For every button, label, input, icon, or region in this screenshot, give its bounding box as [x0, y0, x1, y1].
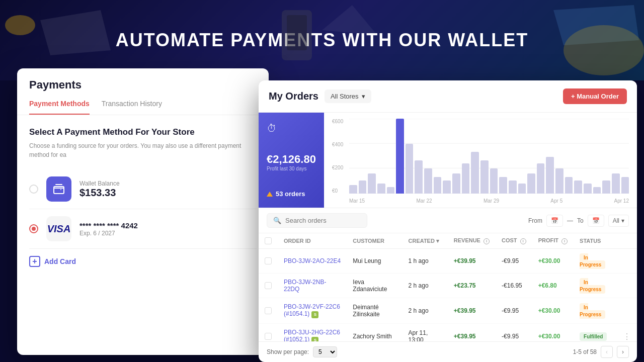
search-input[interactable] — [285, 217, 361, 224]
select-method-title: Select A Payment Method For Your Store — [29, 127, 257, 137]
tab-payment-methods[interactable]: Payment Methods — [29, 100, 90, 115]
tab-transaction-history[interactable]: Transaction History — [102, 100, 162, 115]
table-row: PBO-3JW-2AO-22E4 Mui Leung 1 h ago +€39.… — [259, 249, 637, 274]
payments-title: Payments — [29, 78, 257, 92]
search-box[interactable]: 🔍 — [267, 213, 367, 228]
visa-logo: VISA — [47, 223, 71, 235]
manual-order-label: + Manual Order — [571, 93, 619, 100]
all-stores-label: All Stores — [331, 93, 359, 100]
chart-x-labels: Mar 15 Mar 22 Mar 29 Apr 5 Apr 12 — [349, 198, 629, 204]
table-row: PBO-3JW-2VF-22C6 (#1054.1)S Deimanté Zil… — [259, 298, 637, 324]
status-filter[interactable]: All ▾ — [608, 215, 629, 227]
chart-bar-11 — [452, 173, 460, 194]
table-row: PBO-3JU-2HG-22C6 (#1052.1)S Zachory Smit… — [259, 324, 637, 342]
chart-bar-24 — [574, 180, 582, 194]
col-checkbox — [259, 233, 278, 249]
x-label-apr5: Apr 5 — [550, 198, 562, 204]
created-cell-2: 2 h ago — [403, 298, 448, 324]
col-order-id: ORDER ID — [278, 233, 347, 249]
card-option[interactable]: VISA **** **** **** 4242 Exp. 6 / 2027 — [29, 209, 257, 249]
chart-bar-18 — [518, 184, 526, 194]
chart-bar-4 — [387, 187, 395, 194]
x-label-apr12: Apr 12 — [614, 198, 629, 204]
wallet-icon-box — [46, 176, 71, 202]
prev-page-button[interactable]: ‹ — [601, 346, 613, 358]
status-badge-1: In Progress — [580, 278, 605, 294]
per-page-selector: Show per page: 5 10 25 — [267, 346, 337, 357]
wallet-amount: $153.33 — [79, 187, 120, 199]
status-badge-2: In Progress — [580, 303, 605, 319]
payments-header: Payments Payment Methods Transaction His… — [17, 68, 269, 115]
select-method-desc: Choose a funding source for your orders.… — [29, 141, 257, 159]
card-expiry: Exp. 6 / 2027 — [79, 230, 138, 237]
orders-panel: My Orders All Stores ▾ + Manual Order ⏱ … — [259, 80, 637, 362]
x-label-mar22: Mar 22 — [416, 198, 432, 204]
add-card-plus-icon: + — [29, 256, 40, 267]
y-label-400: €400 — [332, 142, 343, 147]
row-checkbox-2[interactable] — [265, 307, 272, 314]
profit-info-icon: i — [561, 238, 568, 244]
to-date-input[interactable]: 📅 — [588, 215, 604, 227]
chart-bar-25 — [584, 184, 592, 194]
stats-orders-count: 53 orders — [276, 190, 305, 198]
chart-bar-15 — [490, 168, 498, 194]
from-date-input[interactable]: 📅 — [546, 215, 563, 227]
profit-cell-3: +€30.00 — [532, 324, 574, 342]
hero-title: AUTOMATE PAYMENTS WITH OUR WALLET — [116, 30, 529, 51]
y-label-600: €600 — [332, 119, 343, 124]
next-page-button[interactable]: › — [617, 346, 629, 358]
chart-bar-19 — [527, 173, 535, 194]
per-page-label: Show per page: — [267, 348, 309, 355]
date-filters: From 📅 — To 📅 All ▾ — [528, 215, 629, 227]
orders-data-table: ORDER ID CUSTOMER CREATED ▾ REVENUE i CO… — [259, 233, 637, 341]
chart-bar-5 — [396, 119, 404, 194]
col-profit: PROFIT i — [532, 233, 574, 249]
from-label: From — [528, 217, 542, 224]
chart-bars-area — [349, 119, 629, 194]
chart-bar-7 — [415, 160, 423, 194]
chart-bar-17 — [509, 180, 517, 194]
customer-cell-3: Zachory Smith — [347, 324, 402, 342]
search-icon: 🔍 — [273, 217, 281, 224]
payments-tabs: Payment Methods Transaction History — [29, 100, 257, 115]
select-all-checkbox[interactable] — [265, 237, 272, 244]
cost-cell-3: -€9.95 — [496, 324, 532, 342]
card-radio[interactable] — [29, 224, 38, 233]
col-revenue: REVENUE i — [448, 233, 496, 249]
order-id-link-0[interactable]: PBO-3JW-2AO-22E4 — [284, 257, 341, 264]
chart-bar-27 — [602, 180, 610, 194]
table-toolbar: 🔍 From 📅 — To 📅 All ▾ — [259, 208, 637, 233]
revenue-cell-0: +€39.95 — [448, 249, 496, 274]
revenue-cell-1: +€23.75 — [448, 274, 496, 298]
table-footer: Show per page: 5 10 25 1-5 of 58 ‹ › — [259, 341, 637, 362]
y-label-200: €200 — [332, 165, 343, 170]
col-status: STATUS — [574, 233, 617, 249]
col-actions — [617, 233, 637, 249]
cost-info-icon: i — [520, 238, 526, 244]
all-stores-button[interactable]: All Stores ▾ — [325, 89, 371, 103]
date-range-separator: — — [567, 217, 573, 224]
orders-title: My Orders — [269, 90, 318, 102]
add-card-label: Add Card — [44, 257, 76, 265]
wallet-option[interactable]: Wallet Balance $153.33 — [29, 169, 257, 209]
add-card-button[interactable]: + Add Card — [29, 249, 76, 274]
stats-clock-icon: ⏱ — [267, 123, 316, 134]
per-page-select[interactable]: 5 10 25 — [313, 346, 337, 357]
manual-order-button[interactable]: + Manual Order — [563, 88, 627, 104]
more-options-icon[interactable]: ⋮ — [623, 332, 631, 341]
customer-cell-2: Deimanté Zilinskaite — [347, 298, 402, 324]
order-id-link-1[interactable]: PBO-3JW-2NB-22DQ — [284, 279, 326, 293]
row-checkbox-1[interactable] — [265, 282, 272, 289]
orders-table: ORDER ID CUSTOMER CREATED ▾ REVENUE i CO… — [259, 233, 637, 341]
stats-amount: €2,126.80 — [267, 153, 316, 166]
row-checkbox-3[interactable] — [265, 333, 272, 340]
customer-cell-0: Mui Leung — [347, 249, 402, 274]
wallet-radio[interactable] — [29, 185, 38, 194]
chart-container: €0 €200 €400 €600 Mar 15 Mar 22 Mar 29 A… — [324, 113, 637, 208]
chart-bar-16 — [499, 177, 507, 194]
card-mask: **** **** **** 4242 — [79, 221, 138, 230]
calendar-from-icon: 📅 — [551, 217, 558, 224]
row-checkbox-0[interactable] — [265, 257, 272, 264]
revenue-cell-3: +€39.95 — [448, 324, 496, 342]
created-cell-1: 2 h ago — [403, 274, 448, 298]
